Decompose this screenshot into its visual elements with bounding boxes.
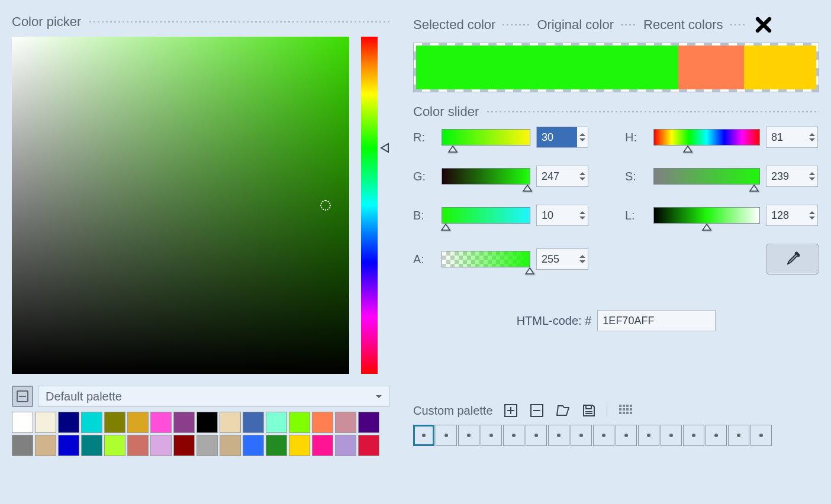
- spinner-input-g[interactable]: [537, 166, 577, 186]
- spinner-h[interactable]: [766, 127, 818, 148]
- custom-swatch[interactable]: [616, 425, 637, 446]
- slider-thumb[interactable]: [440, 223, 451, 231]
- custom-swatch[interactable]: [526, 425, 547, 446]
- spinner-up[interactable]: [579, 172, 585, 175]
- slider-h[interactable]: [653, 129, 760, 146]
- spinner-input-a[interactable]: [537, 249, 577, 269]
- eyedropper-button[interactable]: [766, 244, 819, 274]
- palette-swatch[interactable]: [35, 412, 56, 433]
- custom-swatch[interactable]: [413, 425, 434, 446]
- spinner-up[interactable]: [809, 172, 815, 175]
- grid-view-button[interactable]: [617, 402, 633, 419]
- palette-swatch[interactable]: [12, 412, 33, 433]
- slider-r[interactable]: [442, 129, 530, 146]
- sv-cursor[interactable]: [320, 200, 331, 211]
- slider-thumb[interactable]: [682, 145, 693, 153]
- spinner-down[interactable]: [809, 138, 815, 141]
- collapse-palette-button[interactable]: [12, 386, 33, 407]
- open-palette-button[interactable]: [555, 402, 571, 419]
- slider-b[interactable]: [442, 207, 530, 224]
- palette-swatch[interactable]: [289, 412, 310, 433]
- slider-thumb[interactable]: [524, 267, 535, 275]
- spinner-down[interactable]: [579, 177, 585, 180]
- original-color-swatch[interactable]: [678, 46, 744, 89]
- custom-swatch[interactable]: [661, 425, 682, 446]
- spinner-b[interactable]: [536, 205, 588, 226]
- palette-swatch[interactable]: [220, 412, 241, 433]
- spinner-g[interactable]: [536, 166, 588, 187]
- slider-a[interactable]: [442, 251, 530, 267]
- spinner-up[interactable]: [809, 133, 815, 136]
- custom-swatch[interactable]: [436, 425, 457, 446]
- palette-swatch[interactable]: [58, 435, 79, 456]
- close-button[interactable]: [753, 14, 774, 35]
- palette-swatch[interactable]: [35, 435, 56, 456]
- palette-swatch[interactable]: [335, 435, 356, 456]
- spinner-input-s[interactable]: [766, 166, 807, 186]
- palette-swatch[interactable]: [81, 412, 102, 433]
- palette-swatch[interactable]: [127, 412, 149, 433]
- custom-swatch[interactable]: [751, 425, 772, 446]
- palette-swatch[interactable]: [104, 435, 125, 456]
- spinner-input-l[interactable]: [766, 205, 807, 225]
- slider-thumb[interactable]: [701, 223, 712, 231]
- hue-bar[interactable]: [361, 37, 378, 374]
- spinner-down[interactable]: [579, 260, 585, 263]
- spinner-input-b[interactable]: [537, 205, 577, 225]
- custom-swatch[interactable]: [571, 425, 592, 446]
- custom-swatch[interactable]: [548, 425, 569, 446]
- spinner-up[interactable]: [579, 211, 585, 214]
- palette-swatch[interactable]: [289, 435, 310, 456]
- spinner-up[interactable]: [579, 133, 585, 136]
- palette-swatch[interactable]: [127, 435, 149, 456]
- slider-thumb[interactable]: [749, 184, 759, 192]
- hue-pointer[interactable]: [380, 143, 389, 153]
- save-palette-button[interactable]: [581, 402, 597, 419]
- spinner-down[interactable]: [809, 177, 815, 180]
- palette-swatch[interactable]: [173, 435, 195, 456]
- palette-swatch[interactable]: [220, 435, 241, 456]
- slider-thumb[interactable]: [522, 184, 533, 192]
- custom-swatch[interactable]: [458, 425, 479, 446]
- slider-thumb[interactable]: [447, 145, 458, 153]
- palette-swatch[interactable]: [266, 412, 287, 433]
- spinner-a[interactable]: [536, 248, 588, 270]
- custom-swatch[interactable]: [706, 425, 727, 446]
- remove-swatch-button[interactable]: [529, 402, 545, 419]
- spinner-r[interactable]: [536, 127, 588, 148]
- palette-select[interactable]: Default palette: [38, 386, 389, 407]
- palette-swatch[interactable]: [197, 435, 218, 456]
- slider-l[interactable]: [653, 207, 760, 224]
- custom-swatch[interactable]: [481, 425, 502, 446]
- palette-swatch[interactable]: [150, 412, 172, 433]
- palette-swatch[interactable]: [335, 412, 356, 433]
- spinner-down[interactable]: [579, 217, 585, 219]
- palette-swatch[interactable]: [358, 412, 379, 433]
- custom-swatch[interactable]: [638, 425, 659, 446]
- palette-swatch[interactable]: [312, 412, 333, 433]
- palette-swatch[interactable]: [358, 435, 379, 456]
- recent-color-swatch[interactable]: [744, 46, 816, 89]
- custom-swatch[interactable]: [683, 425, 704, 446]
- custom-swatch[interactable]: [503, 425, 524, 446]
- custom-swatch[interactable]: [728, 425, 749, 446]
- spinner-input-h[interactable]: [766, 127, 807, 147]
- palette-swatch[interactable]: [197, 412, 218, 433]
- spinner-down[interactable]: [809, 217, 815, 219]
- palette-swatch[interactable]: [150, 435, 172, 456]
- add-swatch-button[interactable]: [503, 402, 519, 419]
- slider-s[interactable]: [653, 168, 760, 185]
- palette-swatch[interactable]: [266, 435, 287, 456]
- palette-swatch[interactable]: [243, 412, 264, 433]
- palette-swatch[interactable]: [104, 412, 125, 433]
- palette-swatch[interactable]: [58, 412, 79, 433]
- spinner-up[interactable]: [809, 211, 815, 214]
- custom-swatch[interactable]: [593, 425, 614, 446]
- saturation-value-panel[interactable]: [12, 37, 349, 374]
- selected-color-swatch[interactable]: [416, 46, 678, 89]
- html-code-input[interactable]: [597, 310, 716, 331]
- palette-swatch[interactable]: [243, 435, 264, 456]
- spinner-l[interactable]: [766, 205, 818, 226]
- spinner-down[interactable]: [579, 138, 585, 141]
- palette-swatch[interactable]: [12, 435, 33, 456]
